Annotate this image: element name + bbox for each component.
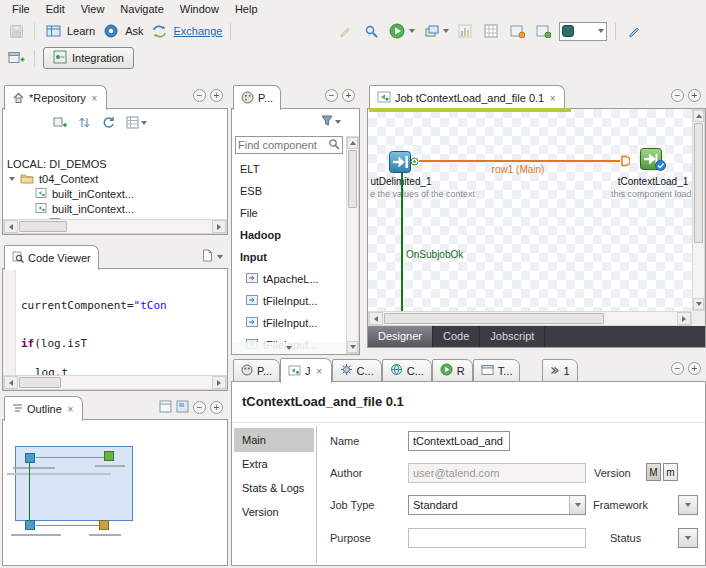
purpose-input[interactable] [408, 528, 586, 548]
nav-version[interactable]: Version [234, 500, 314, 524]
document-icon[interactable] [202, 249, 213, 264]
close-icon[interactable]: × [90, 94, 99, 103]
close-icon[interactable]: × [315, 367, 324, 376]
tab-contexts[interactable]: C... [382, 359, 432, 382]
row-connection[interactable] [419, 160, 620, 162]
scrollbar-thumb[interactable] [19, 221, 67, 232]
scroll-down-icon[interactable] [347, 341, 358, 353]
palette-category-file[interactable]: File [232, 202, 345, 224]
version-major-button[interactable]: M [646, 463, 661, 481]
palette-category-input[interactable]: Input [232, 246, 345, 268]
row-connection-label[interactable]: row1 (Main) [463, 164, 573, 175]
ask-link[interactable]: Ask [101, 21, 143, 41]
palette-category-elt[interactable]: ELT [232, 158, 345, 180]
scroll-up-icon[interactable] [347, 137, 358, 149]
tab-component[interactable]: C... [332, 359, 382, 382]
overview-mode-icon[interactable] [176, 400, 189, 415]
menu-navigate[interactable]: Navigate [112, 2, 171, 16]
refresh-icon[interactable] [102, 116, 115, 131]
tree-item-folder[interactable]: t04_Context [9, 171, 98, 186]
menu-window[interactable]: Window [172, 2, 227, 16]
component1-label[interactable]: utDelimited_1 [367, 176, 446, 187]
filter-settings-button[interactable] [126, 116, 147, 131]
component2-label[interactable]: tContextLoad_1 [613, 176, 693, 187]
outline-mode-icon[interactable] [159, 400, 172, 415]
view-menu-icon[interactable] [217, 255, 223, 259]
minimize-icon[interactable]: − [325, 89, 338, 102]
job-canvas[interactable]: row1 (Main) utDelimited_1 e the values o… [367, 108, 706, 348]
scroll-up-icon[interactable] [693, 110, 704, 122]
maximize-icon[interactable]: + [210, 401, 223, 414]
component-tfileinputdelimited[interactable] [389, 151, 411, 175]
tab-palette[interactable]: P... [233, 85, 281, 110]
minimize-icon[interactable]: − [671, 89, 684, 102]
scrollbar-thumb[interactable] [19, 377, 61, 388]
job-type-select[interactable]: Standard [408, 495, 586, 515]
scrollbar-thumb[interactable] [694, 123, 703, 243]
menu-file[interactable]: File [4, 2, 38, 16]
edit-blue-pencil-icon[interactable] [624, 21, 644, 41]
tab-run[interactable]: R [432, 359, 473, 382]
dropdown-icon[interactable] [679, 496, 697, 514]
maximize-icon[interactable]: + [688, 89, 701, 102]
palette-scroll-down[interactable] [232, 342, 346, 354]
grid-icon[interactable] [481, 21, 501, 41]
palette-filter-button[interactable] [321, 115, 341, 128]
window-star-orange-icon[interactable] [507, 21, 527, 41]
tab-designer[interactable]: Designer [368, 326, 433, 347]
save-icon[interactable] [6, 21, 26, 41]
chart-icon[interactable] [455, 21, 475, 41]
tab-palette-bottom[interactable]: P... [233, 359, 280, 382]
palette-component[interactable]: tFileInput... [232, 312, 345, 334]
tab-overflow[interactable]: 1 [542, 359, 577, 382]
version-minor-button[interactable]: m [663, 463, 678, 481]
sort-icon[interactable] [78, 116, 91, 131]
search-icon[interactable] [328, 138, 340, 152]
palette-search[interactable] [235, 136, 343, 154]
menu-view[interactable]: View [73, 2, 113, 16]
exchange-link[interactable]: Exchange [149, 21, 222, 41]
scroll-right-icon[interactable] [212, 376, 226, 389]
tab-code[interactable]: Code [433, 326, 480, 347]
name-input[interactable] [408, 431, 510, 451]
close-icon[interactable]: × [66, 405, 75, 414]
tree-item-job[interactable]: built_inContext... [35, 201, 134, 216]
edit-pencil-icon[interactable] [335, 21, 355, 41]
scroll-left-icon[interactable] [369, 312, 383, 325]
perspective-integration-button[interactable]: Integration [43, 47, 134, 69]
status-select[interactable] [678, 528, 698, 548]
tab-job-properties[interactable]: J × [280, 358, 332, 383]
tab-jobscript[interactable]: Jobscript [480, 326, 545, 347]
onsubjobok-trigger-line[interactable] [401, 173, 403, 313]
scroll-right-icon[interactable] [677, 312, 691, 325]
code-viewer-hscrollbar[interactable] [3, 375, 227, 390]
window-star-green-icon[interactable] [533, 21, 553, 41]
tab-t-view[interactable]: T... [473, 359, 521, 382]
layers-dropdown-icon[interactable] [443, 29, 449, 33]
menu-edit[interactable]: Edit [38, 2, 73, 16]
new-item-icon[interactable] [53, 116, 67, 131]
scrollbar-thumb[interactable] [384, 313, 604, 324]
palette-swatch-dropdown[interactable] [559, 22, 607, 41]
framework-select[interactable] [678, 495, 698, 515]
dropdown-icon[interactable] [569, 496, 585, 514]
palette-component[interactable]: tFileInput... [232, 290, 345, 312]
scroll-right-icon[interactable] [212, 220, 226, 233]
repository-hscrollbar[interactable] [3, 219, 227, 234]
tab-job-editor[interactable]: Job tContextLoad_and_file 0.1 × [369, 85, 565, 110]
canvas-vscrollbar[interactable] [692, 109, 705, 311]
palette-category-esb[interactable]: ESB [232, 180, 345, 202]
learn-link[interactable]: Learn [43, 21, 95, 41]
nav-main[interactable]: Main [234, 428, 314, 452]
maximize-icon[interactable]: + [210, 89, 223, 102]
detect-update-icon[interactable] [361, 21, 381, 41]
run-job-button[interactable] [387, 21, 415, 41]
maximize-icon[interactable]: + [342, 89, 355, 102]
search-input[interactable] [238, 139, 328, 151]
palette-category-hadoop[interactable]: Hadoop [232, 224, 345, 246]
canvas-hscrollbar[interactable] [368, 311, 692, 326]
scrollbar-thumb[interactable] [348, 150, 357, 208]
open-perspective-icon[interactable] [6, 48, 26, 68]
layers-button[interactable] [421, 21, 449, 41]
close-icon[interactable]: × [548, 94, 557, 103]
